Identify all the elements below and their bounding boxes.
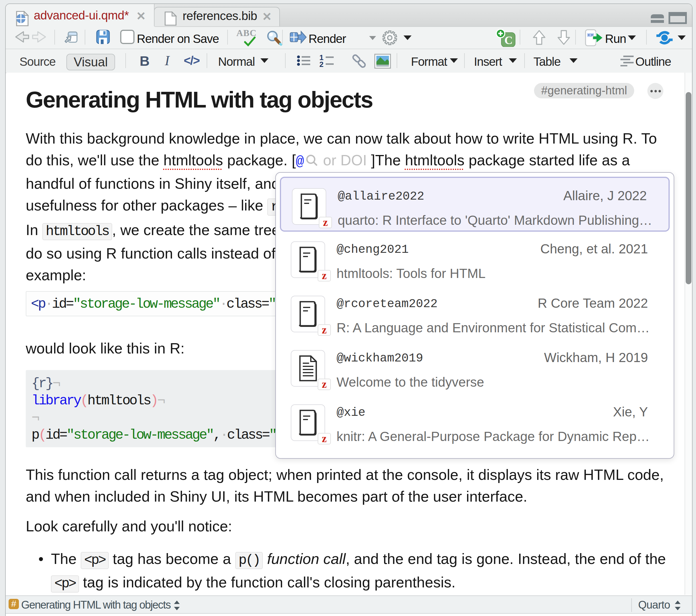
svg-text:C: C	[505, 34, 513, 47]
svg-text:2: 2	[319, 60, 323, 67]
